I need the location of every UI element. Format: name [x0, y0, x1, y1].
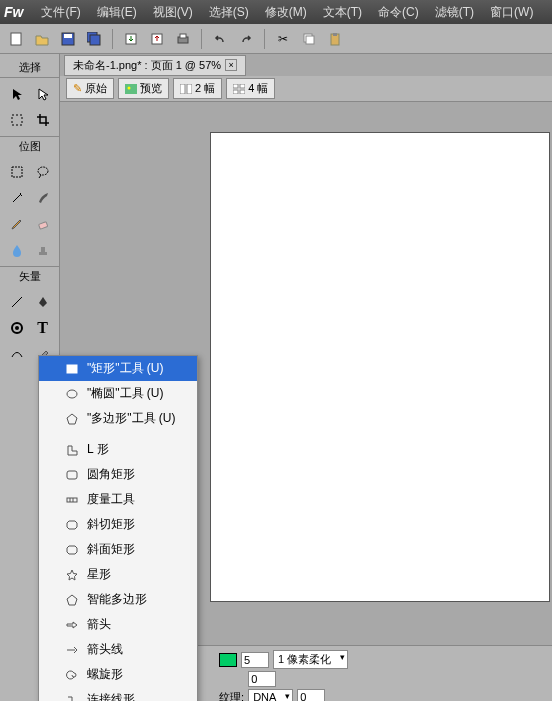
svg-rect-17	[39, 252, 47, 255]
pen-tool-icon[interactable]	[31, 290, 55, 314]
flyout-arrow[interactable]: 箭头	[39, 612, 197, 637]
view-2up-button[interactable]: 2 幅	[173, 78, 222, 99]
svg-rect-2	[64, 34, 72, 38]
svg-rect-34	[67, 498, 77, 502]
flyout-arrow-line[interactable]: 箭头线	[39, 637, 197, 662]
menu-edit[interactable]: 编辑(E)	[91, 2, 143, 23]
document-tab[interactable]: 未命名-1.png* : 页面 1 @ 57% ×	[64, 55, 246, 76]
stroke-soft-dropdown[interactable]: 1 像素柔化	[273, 650, 348, 669]
svg-rect-0	[11, 33, 21, 45]
undo-icon[interactable]	[210, 29, 230, 49]
flyout-star[interactable]: 星形	[39, 562, 197, 587]
view-original-button[interactable]: ✎原始	[66, 78, 114, 99]
svg-rect-30	[67, 365, 77, 373]
redo-icon[interactable]	[236, 29, 256, 49]
cut-icon[interactable]: ✂	[273, 29, 293, 49]
main-toolbar: ✂	[0, 24, 552, 54]
svg-rect-10	[306, 36, 314, 44]
flyout-rounded-rect[interactable]: 圆角矩形	[39, 462, 197, 487]
flyout-rectangle[interactable]: "矩形"工具 (U)	[39, 356, 197, 381]
texture2-dropdown[interactable]: DNA	[248, 689, 293, 701]
svg-rect-27	[240, 84, 245, 88]
menu-window[interactable]: 窗口(W)	[484, 2, 539, 23]
eraser-tool-icon[interactable]	[31, 212, 55, 236]
svg-point-23	[128, 86, 131, 89]
close-tab-icon[interactable]: ×	[225, 59, 237, 71]
flyout-spiral[interactable]: 螺旋形	[39, 662, 197, 687]
stroke-edge-field[interactable]: 0	[248, 671, 276, 687]
svg-marker-32	[67, 414, 77, 424]
toolbar-separator	[201, 29, 202, 49]
import-icon[interactable]	[121, 29, 141, 49]
flyout-smart-polygon[interactable]: 智能多边形	[39, 587, 197, 612]
view-bar: ✎原始 预览 2 幅 4 幅	[60, 76, 552, 102]
svg-rect-12	[333, 33, 337, 36]
brush-tool-icon[interactable]	[31, 186, 55, 210]
stroke-width-field[interactable]: 5	[241, 652, 269, 668]
crop-tool-icon[interactable]	[31, 108, 55, 132]
view-4up-button[interactable]: 4 幅	[226, 78, 275, 99]
scale-tool-icon[interactable]	[5, 108, 29, 132]
svg-rect-25	[187, 84, 192, 94]
marquee-tool-icon[interactable]	[5, 160, 29, 184]
new-icon[interactable]	[6, 29, 26, 49]
svg-rect-28	[233, 90, 238, 94]
shape-tool-icon[interactable]	[5, 316, 29, 340]
stroke-color-swatch[interactable]	[219, 653, 237, 667]
print-icon[interactable]	[173, 29, 193, 49]
app-logo: Fw	[4, 4, 23, 20]
svg-rect-13	[12, 115, 22, 125]
svg-point-31	[67, 390, 77, 398]
freeform-tool-icon[interactable]	[5, 342, 29, 366]
export-icon[interactable]	[147, 29, 167, 49]
wand-tool-icon[interactable]	[5, 186, 29, 210]
flyout-ellipse[interactable]: "椭圆"工具 (U)	[39, 381, 197, 406]
svg-rect-26	[233, 84, 238, 88]
paste-icon[interactable]	[325, 29, 345, 49]
menu-text[interactable]: 文本(T)	[317, 2, 368, 23]
menu-view[interactable]: 视图(V)	[147, 2, 199, 23]
flyout-chamfer-rect[interactable]: 斜面矩形	[39, 537, 197, 562]
svg-rect-33	[67, 471, 77, 479]
flyout-bevel-rect[interactable]: 斜切矩形	[39, 512, 197, 537]
svg-rect-29	[240, 90, 245, 94]
menu-file[interactable]: 文件(F)	[35, 2, 86, 23]
copy-icon[interactable]	[299, 29, 319, 49]
pencil-tool-icon[interactable]	[5, 212, 29, 236]
svg-point-21	[15, 326, 19, 330]
toolbar-separator	[112, 29, 113, 49]
flyout-measure[interactable]: 度量工具	[39, 487, 197, 512]
menu-modify[interactable]: 修改(M)	[259, 2, 313, 23]
blur-tool-icon[interactable]	[5, 238, 29, 262]
svg-rect-4	[90, 35, 100, 45]
flyout-lshape[interactable]: L 形	[39, 437, 197, 462]
svg-rect-22	[125, 84, 137, 94]
view-preview-button[interactable]: 预览	[118, 78, 169, 99]
open-icon[interactable]	[32, 29, 52, 49]
flyout-polygon[interactable]: "多边形"工具 (U)	[39, 406, 197, 431]
svg-rect-18	[41, 247, 45, 252]
titlebar: Fw 文件(F) 编辑(E) 视图(V) 选择(S) 修改(M) 文本(T) 命…	[0, 0, 552, 24]
stamp-tool-icon[interactable]	[31, 238, 55, 262]
bitmap-section-label: 位图	[0, 136, 59, 156]
menu-select[interactable]: 选择(S)	[203, 2, 255, 23]
svg-line-19	[12, 297, 22, 307]
save-all-icon[interactable]	[84, 29, 104, 49]
texture2-value-field[interactable]: 0	[297, 689, 325, 701]
pointer-tool-icon[interactable]	[5, 82, 29, 106]
tab-title: 未命名-1.png* : 页面 1 @ 57%	[73, 58, 221, 73]
lasso-tool-icon[interactable]	[31, 160, 55, 184]
flyout-connector[interactable]: 连接线形	[39, 687, 197, 701]
select-section-label: 选择	[0, 58, 59, 78]
save-icon[interactable]	[58, 29, 78, 49]
subselect-tool-icon[interactable]	[31, 82, 55, 106]
svg-rect-14	[12, 167, 22, 177]
toolbar-separator	[264, 29, 265, 49]
shape-tool-flyout: "矩形"工具 (U) "椭圆"工具 (U) "多边形"工具 (U) L 形 圆角…	[38, 355, 198, 701]
menu-command[interactable]: 命令(C)	[372, 2, 425, 23]
canvas[interactable]	[210, 132, 550, 602]
menu-filter[interactable]: 滤镜(T)	[429, 2, 480, 23]
texture2-label: 纹理:	[219, 690, 244, 702]
text-tool-icon[interactable]: T	[31, 316, 55, 340]
line-tool-icon[interactable]	[5, 290, 29, 314]
